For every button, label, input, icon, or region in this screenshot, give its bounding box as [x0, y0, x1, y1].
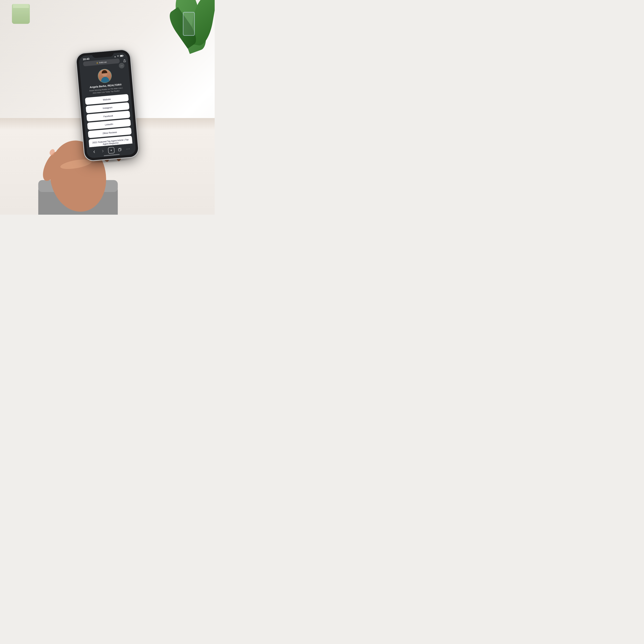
svg-rect-14	[118, 149, 121, 151]
battery-icon	[120, 55, 124, 57]
avatar-face	[98, 69, 112, 83]
lock-icon: 🔒	[96, 62, 98, 64]
avatar-body	[101, 77, 109, 83]
share-icon[interactable]	[123, 59, 126, 63]
forward-button[interactable]	[100, 148, 106, 154]
agent-avatar	[97, 68, 112, 83]
svg-rect-13	[120, 55, 122, 56]
signal-icon: ▲	[114, 55, 116, 58]
wifi-icon	[117, 55, 119, 57]
linktree-content: Angela Berke, REALTOR® Award Winning Rea…	[80, 65, 135, 147]
url-text: linktr.ee	[99, 61, 107, 64]
back-button[interactable]	[91, 149, 97, 155]
phone: 10:43 ▲	[76, 49, 139, 161]
status-icons: ▲	[114, 55, 124, 58]
status-time: 10:43	[83, 57, 89, 61]
iphone-body: 10:43 ▲	[76, 49, 139, 161]
screen: 10:43 ▲	[79, 52, 136, 158]
tabs-button[interactable]	[117, 147, 123, 152]
avatar-hair	[102, 70, 107, 74]
new-tab-button[interactable]: +	[108, 147, 115, 154]
scene: 10:43 ▲	[0, 0, 215, 215]
toolbar-more-button[interactable]: ···	[125, 146, 131, 152]
